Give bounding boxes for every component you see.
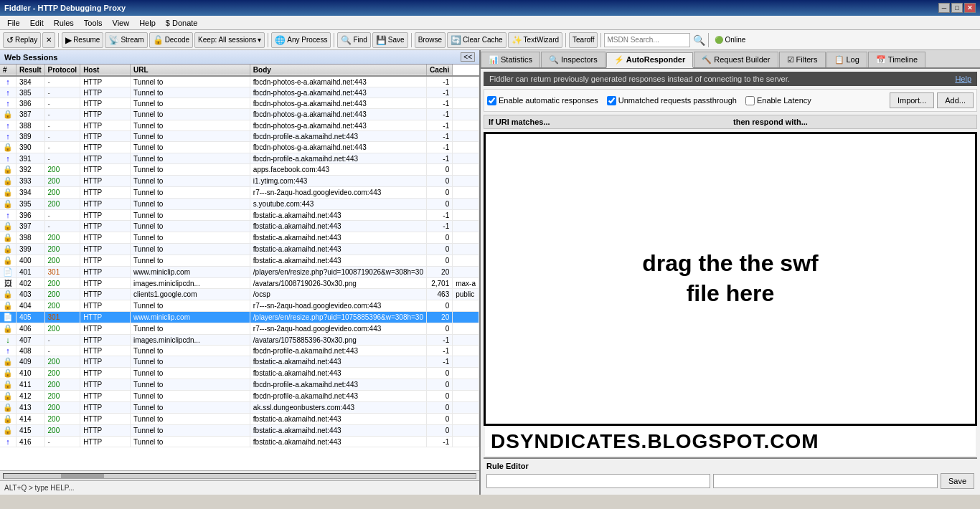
tab-inspectors[interactable]: 🔍 Inspectors	[541, 52, 606, 67]
cell-icon: 🔒	[0, 289, 17, 300]
scroll-track[interactable]	[3, 473, 476, 479]
cell-protocol: HTTP	[80, 379, 131, 391]
tab-filters[interactable]: ☑ Filters	[779, 52, 826, 67]
resume-button[interactable]: ▶ Resume	[62, 32, 103, 48]
cell-body: -1	[426, 142, 452, 153]
unmatched-checkbox-label[interactable]: Unmatched requests passthrough	[607, 96, 737, 105]
table-row[interactable]: 🔒 413 200 HTTP Tunnel to ak.ssl.dungeonb…	[0, 402, 479, 414]
table-row[interactable]: 📄 405 301 HTTP www.miniclip.com /players…	[0, 312, 479, 323]
menu-file[interactable]: File	[3, 17, 24, 29]
table-row[interactable]: 🔒 399 200 HTTP Tunnel to fbstatic-a.akam…	[0, 244, 479, 255]
tab-autoresponder[interactable]: ⚡ AutoResponder	[606, 52, 694, 68]
col-header-host[interactable]: Host	[80, 65, 131, 76]
drop-zone[interactable]: drag the the swf file here	[484, 132, 977, 426]
replay-button[interactable]: ↺ Replay	[3, 32, 41, 48]
cell-result: 200	[44, 402, 80, 414]
table-row[interactable]: ↓ 407 - HTTP images.miniclipcdn... /avat…	[0, 335, 479, 346]
table-row[interactable]: 🔒 394 200 HTTP Tunnel to r7---sn-2aqu-ho…	[0, 187, 479, 199]
table-row[interactable]: 🔒 392 200 HTTP Tunnel to apps.facebook.c…	[0, 164, 479, 176]
table-row[interactable]: 🔒 409 200 HTTP Tunnel to fbstatic-a.akam…	[0, 356, 479, 368]
table-row[interactable]: ↑ 408 - HTTP Tunnel to fbcdn-profile-a.a…	[0, 346, 479, 356]
menu-donate[interactable]: $ Donate	[161, 17, 202, 29]
decode-button[interactable]: 🔓 Decode	[149, 32, 193, 48]
table-row[interactable]: 🔒 393 200 HTTP Tunnel to i1.ytimg.com:44…	[0, 176, 479, 187]
table-row[interactable]: ↑ 385 - HTTP Tunnel to fbcdn-photos-g-a.…	[0, 87, 479, 98]
cell-num: 411	[17, 379, 45, 391]
minimize-button[interactable]: ─	[938, 3, 950, 13]
col-header-result[interactable]: Result	[17, 65, 45, 76]
table-row[interactable]: ↑ 416 - HTTP Tunnel to fbstatic-a.akamai…	[0, 437, 479, 447]
rule-response-input[interactable]	[713, 474, 937, 488]
menu-tools[interactable]: Tools	[80, 17, 107, 29]
table-row[interactable]: ↑ 384 - HTTP Tunnel to fbcdn-photos-e-a.…	[0, 76, 479, 87]
col-header-num[interactable]: #	[0, 65, 17, 76]
textwizard-button[interactable]: ✨ TextWizard	[508, 32, 562, 48]
import-button[interactable]: Import...	[890, 92, 934, 108]
menu-view[interactable]: View	[108, 17, 134, 29]
col-header-protocol[interactable]: Protocol	[44, 65, 80, 76]
latency-checkbox-label[interactable]: Enable Latency	[745, 96, 811, 105]
table-row[interactable]: 🔒 400 200 HTTP Tunnel to fbstatic-a.akam…	[0, 255, 479, 267]
unmatched-checkbox[interactable]	[607, 96, 616, 105]
table-row[interactable]: ↑ 391 - HTTP Tunnel to fbcdn-profile-a.a…	[0, 153, 479, 164]
save-button[interactable]: 💾 Save	[372, 32, 408, 48]
process-icon: 🌐	[275, 35, 286, 45]
cell-host: Tunnel to	[131, 346, 250, 356]
tab-timeline[interactable]: 📅 Timeline	[868, 52, 925, 67]
col-header-cache[interactable]: Cachi	[426, 65, 452, 76]
table-row[interactable]: 🔒 403 200 HTTP clients1.google.com /ocsp…	[0, 289, 479, 300]
browse-button[interactable]: Browse	[415, 32, 446, 48]
table-row[interactable]: ↑ 388 - HTTP Tunnel to fbcdn-photos-g-a.…	[0, 120, 479, 131]
table-row[interactable]: 🔒 395 200 HTTP Tunnel to s.youtube.com:4…	[0, 199, 479, 210]
help-link[interactable]: Help	[955, 75, 971, 83]
table-row[interactable]: 🔒 398 200 HTTP Tunnel to fbstatic-a.akam…	[0, 232, 479, 244]
menu-rules[interactable]: Rules	[50, 17, 78, 29]
table-row[interactable]: 🖼 402 200 HTTP images.miniclipcdn... /av…	[0, 278, 479, 289]
msdn-search-icon[interactable]: 🔍	[693, 34, 705, 46]
maximize-button[interactable]: □	[951, 3, 963, 13]
tab-request-builder[interactable]: 🔨 Request Builder	[694, 52, 778, 67]
process-button[interactable]: 🌐 Any Process	[271, 32, 331, 48]
table-row[interactable]: 🔒 414 200 HTTP Tunnel to fbstatic-a.akam…	[0, 414, 479, 425]
table-row[interactable]: 🔒 410 200 HTTP Tunnel to fbstatic-a.akam…	[0, 368, 479, 379]
sessions-collapse-button[interactable]: <<	[461, 52, 475, 62]
enable-auto-checkbox[interactable]	[487, 96, 496, 105]
sessions-table[interactable]: # Result Protocol Host URL Body Cachi ↑ …	[0, 65, 479, 470]
stream-button[interactable]: 📡 Stream	[105, 32, 147, 48]
rule-uri-input[interactable]	[486, 474, 710, 488]
col-header-url[interactable]: URL	[131, 65, 250, 76]
msdn-search-input[interactable]	[604, 33, 690, 47]
remove-button[interactable]: ✕	[42, 32, 55, 48]
tearoff-button[interactable]: Tearoff	[569, 32, 598, 48]
table-row[interactable]: 🔒 387 - HTTP Tunnel to fbcdn-photos-g-a.…	[0, 109, 479, 120]
col-header-body[interactable]: Body	[250, 65, 426, 76]
table-row[interactable]: 🔒 390 - HTTP Tunnel to fbcdn-photos-g-a.…	[0, 142, 479, 153]
add-button[interactable]: Add...	[937, 92, 974, 108]
latency-checkbox[interactable]	[745, 96, 755, 105]
cell-url: fbcdn-photos-g-a.akamaihd.net:443	[250, 87, 426, 98]
table-row[interactable]: 🔒 406 200 HTTP Tunnel to r7---sn-2aqu-ho…	[0, 323, 479, 335]
tab-log[interactable]: 📋 Log	[826, 52, 867, 67]
scroll-thumb[interactable]	[61, 474, 104, 478]
table-row[interactable]: 🔒 404 200 HTTP Tunnel to r7---sn-2aqu-ho…	[0, 300, 479, 312]
table-row[interactable]: ↑ 389 - HTTP Tunnel to fbcdn-profile-a.a…	[0, 131, 479, 142]
close-button[interactable]: ✕	[964, 3, 976, 13]
menu-edit[interactable]: Edit	[26, 17, 48, 29]
table-row[interactable]: 🔒 415 200 HTTP Tunnel to fbstatic-a.akam…	[0, 425, 479, 437]
clear-cache-button[interactable]: 🔄 Clear Cache	[447, 32, 507, 48]
table-row[interactable]: 📄 401 301 HTTP www.miniclip.com /players…	[0, 267, 479, 278]
find-button[interactable]: 🔍 Find	[337, 32, 370, 48]
table-row[interactable]: ↑ 396 - HTTP Tunnel to fbstatic-a.akamai…	[0, 210, 479, 221]
enable-auto-checkbox-label[interactable]: Enable automatic responses	[487, 96, 598, 105]
table-row[interactable]: 🔒 411 200 HTTP Tunnel to fbcdn-profile-a…	[0, 379, 479, 391]
menu-help[interactable]: Help	[135, 17, 160, 29]
table-row[interactable]: ↑ 386 - HTTP Tunnel to fbcdn-photos-g-a.…	[0, 98, 479, 109]
save-rule-button[interactable]: Save	[941, 473, 974, 489]
cell-body: -1	[426, 131, 452, 142]
keep-button[interactable]: Keep: All sessions ▾	[194, 32, 265, 48]
table-row[interactable]: 🔒 397 - HTTP Tunnel to fbstatic-a.akamai…	[0, 221, 479, 232]
table-row[interactable]: 🔒 412 200 HTTP Tunnel to fbcdn-profile-a…	[0, 391, 479, 402]
sessions-header-title: Web Sessions	[4, 53, 57, 62]
tab-statistics[interactable]: 📊 Statistics	[481, 52, 540, 67]
horizontal-scrollbar[interactable]	[0, 470, 479, 480]
